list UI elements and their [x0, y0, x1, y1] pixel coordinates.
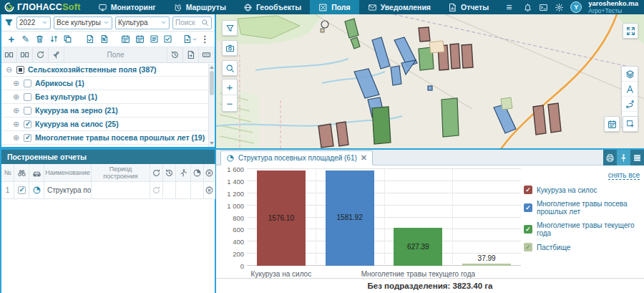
- doc-check-button[interactable]: [82, 34, 97, 44]
- delete-field-button[interactable]: [32, 34, 47, 44]
- settings-gear-button[interactable]: [555, 3, 564, 12]
- console-button[interactable]: [539, 3, 548, 12]
- chart-tab[interactable]: Структура посевных площадей (61) ✕: [220, 150, 373, 165]
- report-cell[interactable]: [163, 182, 176, 199]
- chart-bar[interactable]: 1581.92: [326, 170, 374, 266]
- tree-expander[interactable]: ⊕: [12, 80, 20, 87]
- tree-column-header[interactable]: Поле: [64, 47, 167, 62]
- tree-checkbox[interactable]: [24, 120, 31, 128]
- legend-checkbox[interactable]: ✓: [524, 225, 532, 234]
- tree-checkbox[interactable]: [16, 66, 24, 74]
- copy-button[interactable]: [61, 34, 75, 44]
- more-options-button[interactable]: ⋮: [197, 34, 212, 44]
- year-select[interactable]: 2022: [16, 16, 51, 29]
- report-cell[interactable]: [150, 182, 163, 199]
- legend-checkbox[interactable]: ✓: [524, 203, 532, 212]
- search-input[interactable]: [175, 19, 201, 27]
- legend-item[interactable]: ✓Пастбище: [524, 243, 640, 251]
- report-cell[interactable]: [176, 182, 191, 199]
- report-cell[interactable]: [29, 182, 44, 199]
- map-measure-button[interactable]: [622, 82, 638, 97]
- chart-bar[interactable]: 37.99: [462, 264, 511, 266]
- chart-bar[interactable]: 627.39: [394, 228, 442, 266]
- expand-all-button[interactable]: [17, 47, 33, 62]
- tree-row[interactable]: ⊕Кукуруза на зерно (21): [1, 104, 215, 117]
- menu-item-monitor[interactable]: Мониторинг: [89, 0, 165, 14]
- map-snapshot-button[interactable]: [222, 40, 238, 56]
- close-tab-icon[interactable]: ✕: [361, 153, 367, 163]
- map-area[interactable]: + −: [216, 14, 644, 148]
- map-calendar-button[interactable]: [604, 116, 620, 132]
- print-button[interactable]: [603, 150, 617, 165]
- crop-button[interactable]: [49, 47, 64, 62]
- report-row-checkbox[interactable]: [18, 186, 26, 194]
- tree-row[interactable]: ⊕Многолетние травы посева прошлых лет (1…: [1, 131, 215, 145]
- doc-sync-button[interactable]: [183, 47, 199, 62]
- report-cell[interactable]: 1: [1, 182, 14, 199]
- zoom-out-button[interactable]: −: [223, 95, 237, 111]
- menu-item-mailcheck[interactable]: Уведомления: [359, 0, 439, 14]
- zoom-in-button[interactable]: +: [223, 80, 237, 95]
- menu-item-report[interactable]: Отчеты: [439, 0, 497, 14]
- list-button[interactable]: [147, 34, 161, 44]
- menu-item-alarm[interactable]: Маршруты: [165, 0, 235, 14]
- report-cell[interactable]: [204, 182, 215, 199]
- report-cell[interactable]: [14, 182, 29, 199]
- sort-button[interactable]: [47, 34, 61, 44]
- doc-percent-button[interactable]: [97, 34, 111, 44]
- report-cell[interactable]: Структура пос…: [44, 182, 92, 199]
- menu-item-fieldsq[interactable]: Поля: [310, 0, 359, 14]
- calendar-edit-button[interactable]: [132, 34, 147, 44]
- menu-item-globe[interactable]: Геообъекты: [235, 0, 310, 14]
- user-info[interactable]: yaroshenko.ma Агро+Тесты: [588, 0, 638, 14]
- legend-checkbox[interactable]: ✓: [524, 243, 532, 251]
- calendar-button[interactable]: [119, 34, 133, 44]
- pin-button[interactable]: [617, 150, 630, 165]
- tree-expander[interactable]: ⊕: [12, 120, 20, 128]
- tree-scrollbar[interactable]: [208, 64, 215, 147]
- hamburger-icon[interactable]: ≡: [497, 1, 520, 13]
- edit-field-button[interactable]: ✎: [19, 34, 33, 44]
- map-fullscreen-button[interactable]: [623, 23, 638, 39]
- check-square-button[interactable]: [161, 34, 175, 44]
- tree-row[interactable]: ⊕Кукуруза на силос (25): [1, 117, 215, 131]
- tree-expander[interactable]: ⊕: [12, 93, 20, 101]
- tree-checkbox[interactable]: [24, 93, 31, 101]
- tree-checkbox[interactable]: [24, 80, 31, 87]
- avatar[interactable]: Y: [570, 1, 582, 13]
- add-field-button[interactable]: +: [4, 34, 19, 44]
- tree-checkbox[interactable]: [24, 134, 31, 142]
- map-select-area-button[interactable]: [623, 116, 638, 132]
- history-button[interactable]: [167, 47, 183, 62]
- report-cell[interactable]: [191, 182, 204, 199]
- map-filter-button[interactable]: [222, 20, 238, 36]
- scroll-down-arrow[interactable]: [210, 142, 214, 145]
- collapse-all-button[interactable]: [1, 47, 17, 62]
- scroll-up-arrow[interactable]: [210, 66, 214, 69]
- map-route-button[interactable]: [622, 97, 638, 112]
- tree-expander[interactable]: ⊕: [12, 134, 20, 142]
- chart-bar[interactable]: 1576.10: [257, 170, 306, 266]
- app-logo[interactable]: ГЛОНАССSoft: [0, 2, 89, 12]
- map-canvas[interactable]: [216, 14, 644, 148]
- legend-checkbox[interactable]: ✓: [524, 186, 532, 194]
- clear-all-link[interactable]: снять все: [524, 171, 640, 179]
- notifications-bell-button[interactable]: [523, 3, 532, 12]
- tree-row[interactable]: ⊖Сельскохозяйственные поля (387): [1, 63, 215, 77]
- refresh-tree-button[interactable]: [33, 47, 49, 62]
- tree-row[interactable]: ⊕Без культуры (1): [1, 90, 215, 104]
- tree-expander[interactable]: ⊕: [12, 107, 20, 115]
- legend-item[interactable]: ✓Многолетние травы текущего года: [524, 221, 640, 237]
- group-by-select[interactable]: Культура: [115, 16, 170, 29]
- scroll-thumb[interactable]: [210, 71, 214, 95]
- map-search-button[interactable]: [222, 60, 238, 76]
- filter-funnel-icon[interactable]: [4, 18, 14, 27]
- ellipsis-button[interactable]: [199, 47, 215, 62]
- culture-filter-select[interactable]: Все культуры: [54, 16, 112, 29]
- report-cell[interactable]: [92, 182, 150, 199]
- layout-rows-button[interactable]: [630, 150, 644, 165]
- legend-item[interactable]: ✓Многолетние травы посева прошлых лет: [524, 200, 640, 216]
- tree-row[interactable]: ⊕Абрикосы (1): [1, 77, 215, 90]
- tree-expander[interactable]: ⊖: [5, 66, 13, 74]
- legend-item[interactable]: ✓Кукуруза на силос: [524, 186, 640, 194]
